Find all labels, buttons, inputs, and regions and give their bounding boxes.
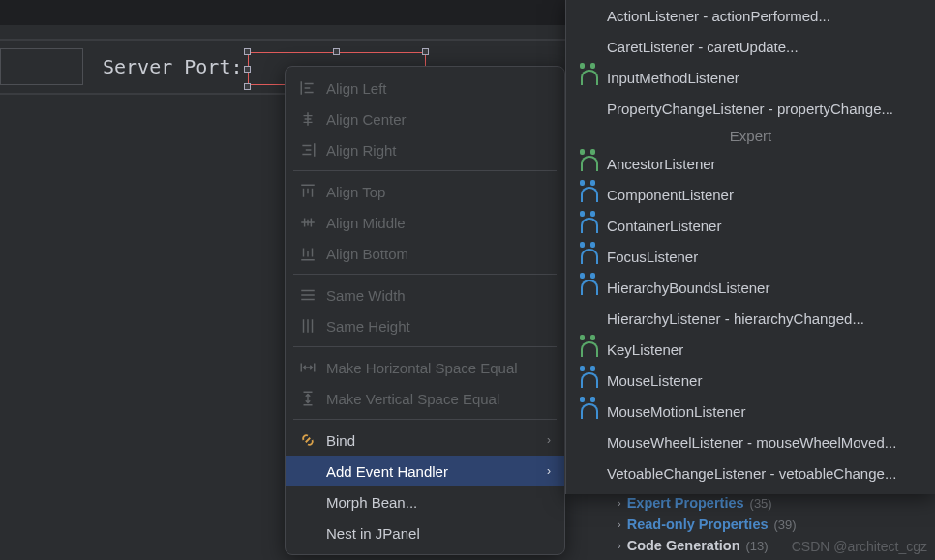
menu-separator [293,346,557,347]
menu-label: Nest in JPanel [326,525,420,542]
listener-icon [580,402,597,420]
context-menu: Align Left Align Center Align Right Alig… [285,66,565,555]
menu-separator [293,274,557,275]
blank-icon [299,462,317,480]
listener-icon [580,217,597,234]
menu-separator [293,419,557,420]
submenu-hierarchy-listener[interactable]: HierarchyListener - hierarchyChanged... [566,303,935,334]
submenu-label: CaretListener - caretUpdate... [607,39,799,55]
align-center-icon [299,110,317,128]
submenu-label: HierarchyListener - hierarchyChanged... [607,310,864,327]
submenu-label: VetoableChangeListener - vetoableChange.… [607,465,896,482]
menu-label: Bind [326,432,355,449]
align-left-icon [299,79,317,97]
blank-icon [580,38,597,55]
menu-label: Add Event Handler [326,463,448,480]
submenu-mouse-listener[interactable]: MouseListener [566,365,935,396]
submenu-component-listener[interactable]: ComponentListener [566,179,935,210]
listener-icon [580,340,597,358]
menu-add-event-handler[interactable]: Add Event Handler › [286,456,564,486]
submenu-mousewheel-listener[interactable]: MouseWheelListener - mouseWheelMoved... [566,427,935,457]
menu-same-height: Same Height [286,310,564,341]
chevron-right-icon: › [618,540,621,551]
prop-count: (35) [750,496,772,511]
blank-icon [299,524,317,542]
prop-label: Read-only Properties [627,516,769,532]
submenu-focus-listener[interactable]: FocusListener [566,241,935,272]
menu-align-left: Align Left [286,73,564,103]
menu-nest-jpanel[interactable]: Nest in JPanel [286,517,564,548]
submenu-label: ActionListener - actionPerformed... [607,8,830,24]
chevron-right-icon: › [618,497,621,509]
menu-label: Align Right [326,142,397,159]
chevron-right-icon: › [547,464,551,478]
blank-icon [580,309,597,327]
menu-morph-bean[interactable]: Morph Bean... [286,486,564,517]
menu-align-center: Align Center [286,103,564,134]
designer-cell-left[interactable] [0,48,83,85]
menu-align-right: Align Right [286,134,564,165]
resize-handle[interactable] [244,83,251,90]
listener-icon [580,155,597,172]
blank-icon [299,493,317,511]
menu-align-middle: Align Middle [286,207,564,238]
listener-icon [580,186,597,203]
prop-count: (39) [774,517,797,532]
menu-align-top: Align Top [286,176,564,207]
resize-handle[interactable] [422,48,429,55]
h-space-icon [299,359,317,376]
v-space-icon [299,390,317,407]
submenu-label: ContainerListener [607,218,721,234]
align-middle-icon [299,214,317,231]
submenu-mousemotion-listener[interactable]: MouseMotionListener [566,396,935,427]
menu-label: Align Middle [326,215,406,231]
menu-label: Align Left [326,80,387,97]
listener-icon [580,69,597,86]
submenu-container-listener[interactable]: ContainerListener [566,210,935,241]
blank-icon [580,100,597,117]
menu-label: Make Vertical Space Equal [326,391,499,407]
menu-label: Align Center [326,111,407,128]
menu-label: Align Top [326,184,385,200]
submenu-label: InputMethodListener [607,70,739,86]
submenu-key-listener[interactable]: KeyListener [566,334,935,365]
menu-label: Same Height [326,318,410,335]
submenu-label: FocusListener [607,249,698,265]
prop-label: Expert Properties [627,495,744,511]
prop-expert[interactable]: › Expert Properties (35) [596,492,925,514]
menu-align-bottom: Align Bottom [286,238,564,269]
submenu-ancestor-listener[interactable]: AncestorListener [566,148,935,179]
submenu-hierarchybounds-listener[interactable]: HierarchyBoundsListener [566,272,935,303]
submenu-label: HierarchyBoundsListener [607,280,769,296]
resize-handle[interactable] [244,66,251,73]
resize-handle[interactable] [333,48,340,55]
submenu-propertychange-listener[interactable]: PropertyChangeListener - propertyChange.… [566,93,935,124]
same-height-icon [299,317,317,335]
submenu-caret-listener[interactable]: CaretListener - caretUpdate... [566,31,935,62]
watermark: CSDN @architect_cgz [792,539,927,554]
menu-h-space-equal: Make Horizontal Space Equal [286,352,564,383]
submenu-label: AncestorListener [607,156,716,172]
submenu-inputmethod-listener[interactable]: InputMethodListener [566,62,935,93]
chevron-right-icon: › [547,433,551,447]
submenu-label: MouseMotionListener [607,403,745,420]
menu-label: Make Horizontal Space Equal [326,360,518,376]
prop-readonly[interactable]: › Read-only Properties (39) [596,514,925,535]
listener-icon [580,248,597,265]
menu-label: Same Width [326,287,406,304]
menu-bind[interactable]: Bind › [286,425,564,456]
submenu-action-listener[interactable]: ActionListener - actionPerformed... [566,0,935,31]
menu-v-space-equal: Make Vertical Space Equal [286,383,564,414]
align-right-icon [299,141,317,159]
submenu-vetoable-listener[interactable]: VetoableChangeListener - vetoableChange.… [566,457,935,488]
listener-icon [580,279,597,296]
link-icon [299,431,317,449]
align-top-icon [299,183,317,200]
resize-handle[interactable] [244,48,251,55]
submenu-label: MouseWheelListener - mouseWheelMoved... [607,434,896,451]
submenu-label: MouseListener [607,372,702,389]
menu-label: Morph Bean... [326,494,417,511]
chevron-right-icon: › [618,518,621,530]
blank-icon [580,7,597,24]
event-handler-submenu: ActionListener - actionPerformed... Care… [565,0,935,494]
